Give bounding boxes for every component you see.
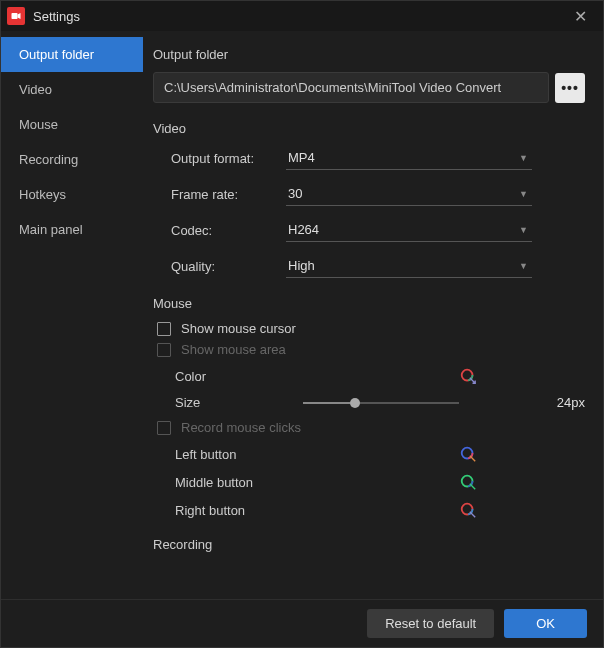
cursor-color-icon[interactable] [459, 445, 477, 463]
frame-rate-value: 30 [288, 186, 302, 201]
close-button[interactable]: ✕ [563, 1, 597, 31]
output-format-select[interactable]: MP4 ▼ [286, 146, 532, 170]
cursor-color-icon[interactable] [459, 367, 477, 385]
ok-button[interactable]: OK [504, 609, 587, 638]
size-value: 24px [537, 395, 585, 410]
footer: Reset to default OK [1, 599, 603, 647]
codec-value: H264 [288, 222, 319, 237]
close-icon: ✕ [574, 7, 587, 26]
titlebar: Settings ✕ [1, 1, 603, 31]
slider-thumb[interactable] [350, 398, 360, 408]
app-icon [7, 7, 25, 25]
reset-button[interactable]: Reset to default [367, 609, 494, 638]
sidebar-item-recording[interactable]: Recording [1, 142, 143, 177]
codec-select[interactable]: H264 ▼ [286, 218, 532, 242]
sidebar-item-hotkeys[interactable]: Hotkeys [1, 177, 143, 212]
size-label: Size [175, 395, 303, 410]
frame-rate-label: Frame rate: [171, 187, 286, 202]
sidebar: Output folder Video Mouse Recording Hotk… [1, 31, 143, 599]
quality-select[interactable]: High ▼ [286, 254, 532, 278]
output-folder-row: C:\Users\Administrator\Documents\MiniToo… [153, 72, 585, 103]
codec-label: Codec: [171, 223, 286, 238]
window-title: Settings [33, 9, 80, 24]
color-label: Color [175, 369, 303, 384]
left-button-label: Left button [175, 447, 303, 462]
sidebar-item-main-panel[interactable]: Main panel [1, 212, 143, 247]
chevron-down-icon: ▼ [519, 153, 528, 163]
output-format-value: MP4 [288, 150, 315, 165]
quality-value: High [288, 258, 315, 273]
size-slider[interactable] [303, 402, 459, 404]
record-clicks-row: Record mouse clicks [157, 420, 585, 435]
right-button-label: Right button [175, 503, 303, 518]
show-area-row: Show mouse area [157, 342, 585, 357]
cursor-color-icon[interactable] [459, 473, 477, 491]
body: Output folder Video Mouse Recording Hotk… [1, 31, 603, 599]
output-format-label: Output format: [171, 151, 286, 166]
svg-rect-0 [12, 13, 18, 19]
record-clicks-checkbox [157, 421, 171, 435]
middle-button-label: Middle button [175, 475, 303, 490]
cursor-color-icon[interactable] [459, 501, 477, 519]
record-clicks-label: Record mouse clicks [181, 420, 301, 435]
video-heading: Video [153, 121, 585, 136]
settings-window: Settings ✕ Output folder Video Mouse Rec… [0, 0, 604, 648]
quality-label: Quality: [171, 259, 286, 274]
browse-button[interactable]: ••• [555, 73, 585, 103]
output-folder-heading: Output folder [153, 47, 585, 62]
show-cursor-checkbox[interactable] [157, 322, 171, 336]
show-cursor-label: Show mouse cursor [181, 321, 296, 336]
more-icon: ••• [561, 80, 579, 96]
recording-heading: Recording [153, 537, 585, 552]
chevron-down-icon: ▼ [519, 261, 528, 271]
frame-rate-select[interactable]: 30 ▼ [286, 182, 532, 206]
show-area-label: Show mouse area [181, 342, 286, 357]
chevron-down-icon: ▼ [519, 225, 528, 235]
mouse-heading: Mouse [153, 296, 585, 311]
sidebar-item-video[interactable]: Video [1, 72, 143, 107]
show-cursor-row[interactable]: Show mouse cursor [157, 321, 585, 336]
sidebar-item-output-folder[interactable]: Output folder [1, 37, 143, 72]
content[interactable]: Output folder C:\Users\Administrator\Doc… [143, 31, 603, 599]
sidebar-item-mouse[interactable]: Mouse [1, 107, 143, 142]
output-folder-input[interactable]: C:\Users\Administrator\Documents\MiniToo… [153, 72, 549, 103]
show-area-checkbox [157, 343, 171, 357]
chevron-down-icon: ▼ [519, 189, 528, 199]
